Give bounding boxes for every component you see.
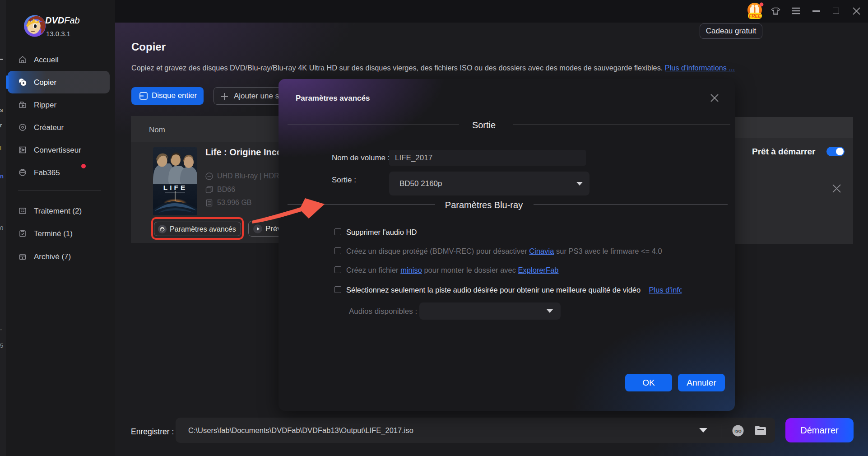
svg-text:ISO: ISO: [734, 429, 742, 433]
svg-text:LIFE: LIFE: [163, 184, 188, 191]
svg-text:FREE: FREE: [749, 14, 761, 19]
